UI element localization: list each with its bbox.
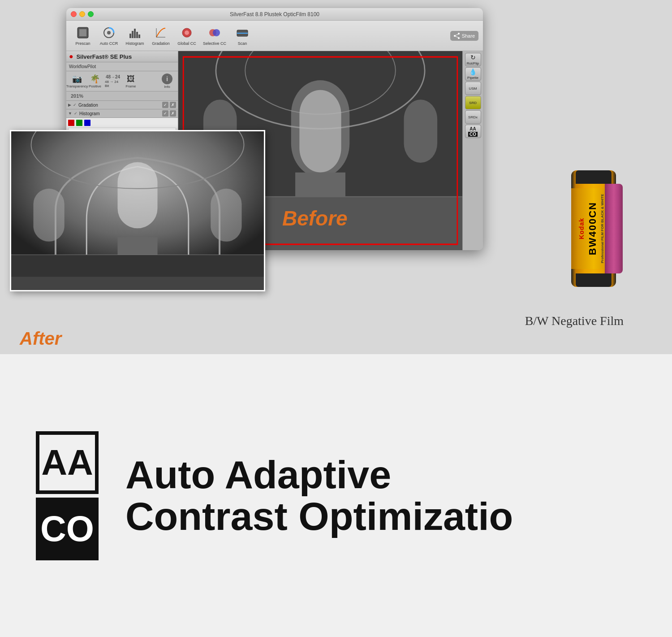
svg-line-21: [455, 36, 458, 38]
after-photo: [10, 130, 265, 291]
aaco-description: Auto Adaptive Contrast Optimizatio: [125, 454, 636, 537]
zoom-label: 201%: [68, 92, 86, 100]
film-canister-side: [605, 184, 623, 273]
gradation-row[interactable]: ▶ ✓ Gradation ✓ ✗: [66, 101, 178, 109]
frame-tool[interactable]: 🖼 Frame: [123, 73, 139, 89]
rot-flip-icon: ↻: [470, 54, 476, 61]
minimize-button[interactable]: [79, 11, 85, 17]
histogram-icon: [128, 26, 142, 40]
svg-rect-43: [11, 277, 264, 290]
auto-ccr-icon: [102, 26, 116, 40]
svg-rect-31: [404, 100, 437, 163]
svg-rect-4: [129, 34, 131, 38]
hist-x[interactable]: ✗: [170, 110, 176, 117]
hist-check[interactable]: ✓: [162, 110, 168, 117]
histogram-row-label: ▼ ✓ Histogram: [68, 111, 100, 116]
svg-rect-1: [79, 29, 86, 36]
aaco-top: AA: [470, 126, 476, 131]
48to24-icon: 48→24: [106, 74, 120, 79]
co-box: CO: [36, 498, 99, 560]
logo-bottom-row: CO: [36, 498, 99, 560]
svg-rect-38: [117, 162, 157, 228]
aaco-button[interactable]: AA CO: [465, 125, 481, 138]
global-cc-button[interactable]: Global CC: [175, 23, 199, 48]
transparency-icon: 📷: [72, 74, 82, 84]
svg-rect-5: [132, 31, 134, 38]
scan-icon: [235, 26, 250, 40]
usm-button[interactable]: USM: [465, 82, 481, 95]
bottom-section: AA CO Auto Adaptive Contrast Optimizatio: [0, 354, 672, 637]
film-model: BW400CN: [587, 202, 599, 255]
gradation-icon: [154, 26, 168, 40]
gradation-check[interactable]: ✓: [162, 102, 168, 108]
gradation-row-label: ▶ ✓ Gradation: [68, 103, 98, 108]
auto-ccr-button[interactable]: Auto CCR: [97, 23, 121, 48]
svg-rect-7: [136, 32, 138, 38]
selective-cc-button[interactable]: Selective CC: [201, 23, 228, 48]
global-cc-icon: [180, 26, 194, 40]
48to24-tool[interactable]: 48→24 48 → 24 Bit: [105, 73, 121, 89]
gradation-x[interactable]: ✗: [170, 102, 176, 108]
maximize-button[interactable]: [88, 11, 94, 17]
svg-point-3: [107, 31, 111, 35]
after-label: After: [20, 329, 61, 349]
aa-box: AA: [36, 431, 99, 494]
hist-color-header: [68, 120, 176, 126]
zoom-row: 201%: [66, 91, 178, 101]
svg-point-12: [185, 30, 189, 35]
hist-red[interactable]: [68, 120, 74, 126]
prescan-button[interactable]: Prescan: [71, 23, 95, 48]
film-bottom: [576, 273, 612, 287]
right-tools-sidebar: ↻ Rot/Flip 💧 Pipette USM SRD SRDx AA: [462, 51, 483, 250]
frame-icon: 🖼: [127, 74, 135, 84]
aaco-logo: AA CO: [36, 431, 99, 560]
prescan-icon: [76, 26, 90, 40]
svg-line-20: [455, 34, 458, 35]
histogram-button[interactable]: Histogram: [123, 23, 147, 48]
silverfast-header: ● SilverFast® SE Plus: [66, 51, 178, 62]
scan-button[interactable]: Scan: [230, 23, 254, 48]
window-title: SilverFast 8.8 Plustek OpticFilm 8100: [230, 11, 319, 17]
srd-button[interactable]: SRD: [465, 96, 481, 109]
aaco-title-line2: Contrast Optimizatio: [125, 496, 636, 537]
aaco-bottom: CO: [468, 132, 478, 137]
svg-rect-39: [33, 189, 64, 242]
svg-rect-8: [138, 35, 140, 38]
svg-rect-44: [117, 237, 157, 255]
hist-blue[interactable]: [84, 120, 90, 126]
histogram-row-icons: ✓ ✗: [162, 110, 176, 117]
gradation-button[interactable]: Gradation: [149, 23, 173, 48]
info-button[interactable]: i Info: [159, 73, 175, 89]
srdx-button[interactable]: SRDx: [465, 110, 481, 124]
top-section: SilverFast 8.8 Plustek OpticFilm 8100 Pr…: [0, 0, 672, 354]
share-button[interactable]: Share: [450, 31, 478, 41]
pipette-button[interactable]: 💧 Pipette: [465, 67, 481, 81]
bw-negative-film-label: B/W Negative Film: [525, 314, 624, 328]
after-church-svg: [11, 131, 264, 290]
histogram-row[interactable]: ▼ ✓ Histogram ✓ ✗: [66, 109, 178, 118]
pipette-icon: 💧: [469, 68, 477, 75]
svg-rect-34: [295, 173, 345, 197]
gradation-row-icons: ✓ ✗: [162, 102, 176, 108]
logo-top-row: AA: [36, 431, 99, 494]
hist-green[interactable]: [76, 120, 82, 126]
info-area: i Info: [159, 73, 175, 89]
close-button[interactable]: [71, 11, 77, 17]
svg-rect-29: [299, 90, 341, 173]
workflow-pilot-label: WorkflowPilot: [66, 62, 178, 71]
svg-rect-6: [134, 29, 136, 38]
film-canister: C-41 Kodak BW400CN Professional FILM FOR…: [564, 170, 623, 309]
usm-label: USM: [469, 87, 477, 91]
svg-point-14: [213, 29, 220, 36]
film-brand: Kodak: [578, 218, 585, 239]
selective-cc-icon: [207, 26, 222, 40]
mac-titlebar: SilverFast 8.8 Plustek OpticFilm 8100: [66, 8, 483, 21]
rot-flip-button[interactable]: ↻ Rot/Flip: [465, 53, 481, 66]
srd-label: SRD: [469, 101, 477, 105]
before-label: Before: [282, 206, 348, 230]
info-icon: i: [162, 74, 172, 84]
transparency-tool[interactable]: 📷 Transparency: [69, 73, 85, 89]
srdx-label: SRDx: [468, 115, 478, 119]
tool-icons-row: 📷 Transparency 🌴 Positive 48→24 48 → 24 …: [66, 71, 178, 91]
positive-tool[interactable]: 🌴 Positive: [87, 73, 103, 89]
